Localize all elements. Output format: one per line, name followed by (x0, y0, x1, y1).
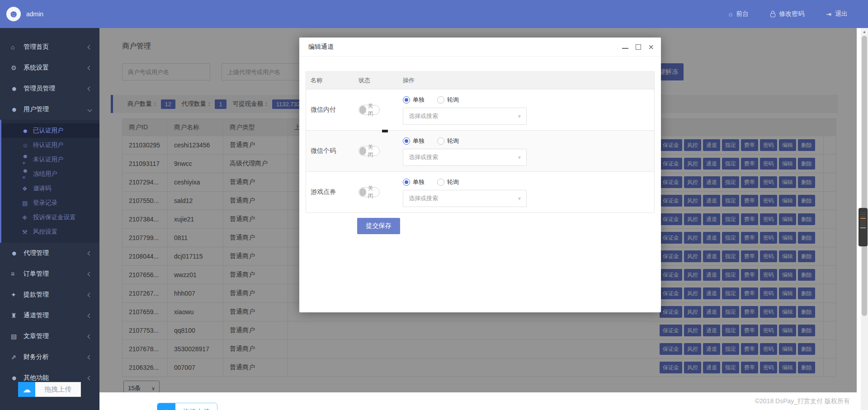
toggle-switch-off[interactable]: 关闭 (359, 146, 380, 156)
sidebar-item-finance-analysis[interactable]: ⇗财务分析 (0, 347, 99, 368)
home-icon: ⌂ (11, 43, 21, 51)
channel-status: 关闭 (354, 90, 398, 130)
sidebar-subitem-frozen-users[interactable]: ☻×冻结用户 (1, 167, 99, 181)
channel-select-dropdown[interactable]: 选择或搜索▼ (403, 190, 527, 207)
close-icon[interactable]: × (648, 44, 654, 50)
chevron-left-icon (88, 86, 92, 91)
topnav-change-password[interactable]: 修改密码 (770, 10, 804, 18)
sidebar-subitem-complaint-deposit-settings[interactable]: ❉投诉保证金设置 (1, 210, 99, 225)
toggle-label: 关闭 (368, 184, 377, 200)
sidebar-item-label: 订单管理 (21, 270, 88, 278)
topnav-logout[interactable]: ⇥退出 (826, 10, 848, 18)
sidebar: ⌂管理首页⚙系统设置☻管理员管理☻用户管理☻已认证用户☺待认证用户☻+未认证用户… (0, 28, 99, 410)
sidebar-item-admin-home[interactable]: ⌂管理首页 (0, 37, 99, 57)
username: admin (26, 10, 43, 18)
sidebar-subitem-label: 已认证用户 (30, 127, 64, 135)
toggle-label: 关闭 (368, 143, 377, 159)
topnav-frontend[interactable]: ⌂前台 (729, 10, 749, 18)
radio-checked[interactable] (403, 137, 410, 145)
logout-icon: ⇥ (826, 10, 831, 18)
scroll-up-arrow[interactable]: ▲ (861, 28, 868, 35)
channel-status: 关闭 (354, 172, 398, 212)
cloud-upload-icon[interactable]: ☁ (18, 382, 35, 397)
channel-actions: 单独轮询选择或搜索▼ (398, 90, 654, 130)
radio-checked[interactable] (403, 96, 410, 104)
side-gadget-widget[interactable] (859, 208, 868, 246)
chevron-left-icon (88, 313, 92, 318)
radio-unchecked[interactable] (437, 96, 444, 104)
toggle-switch-off[interactable]: 关闭 (359, 187, 380, 197)
topnav-label: 前台 (736, 10, 749, 18)
artifact-dash (382, 130, 388, 132)
sidebar-item-agent-management[interactable]: ☻代理管理 (0, 243, 99, 264)
sidebar-item-user-management[interactable]: ☻用户管理 (0, 99, 99, 120)
user-plus-icon: ☻+ (22, 153, 30, 166)
sidebar-item-label: 用户管理 (21, 105, 88, 113)
sidebar-subitem-pending-users[interactable]: ☺待认证用户 (1, 138, 99, 152)
modal-col-action: 操作 (398, 72, 654, 89)
edit-channel-modal: 编辑通道 × 名称状态操作微信内付关闭单独轮询选择或搜索▼微信个码关闭单独轮询选… (299, 38, 661, 312)
select-placeholder: 选择或搜索 (409, 112, 438, 120)
wrench-icon: ⚒ (22, 229, 30, 236)
channel-actions: 单独轮询选择或搜索▼ (398, 172, 654, 212)
chevron-left-icon (88, 376, 92, 380)
sidebar-item-article-management[interactable]: ▤文章管理 (0, 326, 99, 347)
chevron-left-icon (88, 292, 92, 297)
sidebar-subitem-verified-users[interactable]: ☻已认证用户 (1, 123, 99, 138)
radio-unchecked[interactable] (437, 179, 444, 186)
scrollbar-thumb[interactable] (862, 36, 867, 316)
modal-col-status: 状态 (354, 72, 398, 89)
sidebar-subitem-risk-control-settings[interactable]: ⚒风控设置 (1, 225, 99, 239)
sidebar-item-label: 其他功能 (21, 374, 88, 382)
drag-upload-widget: ☁ 拖拽上传 (18, 382, 81, 397)
upload-user-icon[interactable]: ☻ (157, 403, 175, 410)
sidebar-item-channel-management[interactable]: ♜通道管理 (0, 305, 99, 326)
radio-group: 单独轮询 (403, 178, 469, 186)
channel-name: 微信个码 (306, 131, 354, 171)
sidebar-subitem-label: 风控设置 (30, 228, 57, 236)
chevron-left-icon (88, 355, 92, 359)
chevron-down-icon: ▼ (517, 155, 522, 160)
modal-title: 编辑通道 (308, 43, 615, 51)
avatar-button[interactable]: ☻ admin (0, 7, 43, 21)
chevron-left-icon (88, 251, 92, 255)
users-icon: ☻ (11, 106, 21, 113)
logbook-icon: ▤ (22, 200, 30, 207)
sidebar-subitem-label: 邀请码 (30, 184, 52, 193)
bank-icon: ♜ (11, 312, 21, 319)
submenu-user-management: ☻已认证用户☺待认证用户☻+未认证用户☻×冻结用户❖邀请码▤登录记录❉投诉保证金… (0, 120, 99, 243)
user-x-icon: ☻× (22, 167, 30, 181)
submit-save-button[interactable]: 提交保存 (357, 218, 400, 234)
chevron-left-icon (88, 66, 92, 70)
channel-name: 微信内付 (306, 90, 354, 130)
minimize-icon[interactable] (622, 48, 628, 49)
maximize-icon[interactable] (636, 44, 641, 50)
topnav-label: 修改密码 (779, 10, 804, 18)
channel-select-dropdown[interactable]: 选择或搜索▼ (403, 108, 527, 125)
sidebar-subitem-login-records[interactable]: ▤登录记录 (1, 196, 99, 210)
admin-user-icon: ☻ (11, 85, 21, 92)
chevron-down-icon (88, 107, 92, 112)
channel-row: 微信内付关闭单独轮询选择或搜索▼ (306, 89, 654, 130)
sidebar-item-system-settings[interactable]: ⚙系统设置 (0, 57, 99, 78)
sidebar-subitem-label: 登录记录 (30, 199, 57, 207)
radio-checked[interactable] (403, 179, 410, 186)
top-nav: ⌂前台修改密码⇥退出 (729, 10, 868, 18)
drag-upload-widget-2: ☻ 拖拽上传 (157, 403, 217, 410)
toggle-switch-off[interactable]: 关闭 (359, 105, 380, 115)
radio-label: 单独 (413, 137, 425, 145)
sidebar-subitem-invite-codes[interactable]: ❖邀请码 (1, 181, 99, 196)
user-icon: ☻ (22, 127, 30, 134)
articles-icon: ▤ (11, 333, 21, 340)
sidebar-item-admin-management[interactable]: ☻管理员管理 (0, 78, 99, 99)
channel-select-dropdown[interactable]: 选择或搜索▼ (403, 149, 527, 166)
agent-icon: ☻ (11, 250, 21, 257)
radio-unchecked[interactable] (437, 137, 444, 145)
toggle-knob (359, 106, 366, 114)
radio-group: 单独轮询 (403, 96, 469, 104)
sidebar-item-order-management[interactable]: ≡订单管理 (0, 264, 99, 284)
chevron-left-icon (88, 334, 92, 339)
sidebar-subitem-unverified-users[interactable]: ☻+未认证用户 (1, 152, 99, 167)
home-icon: ⌂ (729, 10, 732, 18)
sidebar-item-withdraw-management[interactable]: ✦提款管理 (0, 284, 99, 305)
